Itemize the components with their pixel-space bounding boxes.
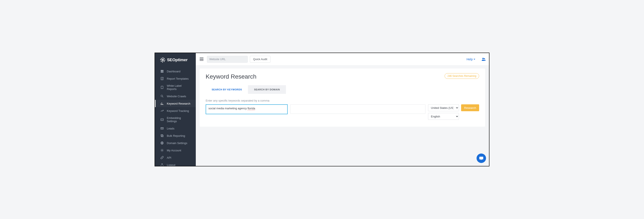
sidebar-item-my-account[interactable]: My Account bbox=[155, 147, 196, 154]
sidebar-item-label: My Account bbox=[167, 149, 181, 152]
document-icon bbox=[160, 86, 164, 89]
content: Keyword Research 246 Searches Remaining … bbox=[196, 66, 489, 166]
sidebar-item-logout[interactable]: Logout bbox=[155, 161, 196, 166]
chat-bubble-button[interactable] bbox=[476, 154, 486, 163]
card: Keyword Research 246 Searches Remaining … bbox=[200, 68, 485, 127]
globe-icon bbox=[160, 141, 164, 145]
svg-point-14 bbox=[482, 58, 484, 59]
gear-icon bbox=[160, 148, 164, 152]
sidebar-item-leads[interactable]: Leads bbox=[155, 125, 196, 132]
help-label: Help bbox=[466, 58, 473, 61]
website-url-input[interactable] bbox=[207, 56, 248, 63]
main: Quick Audit Help Keyword Research 246 Se… bbox=[196, 53, 489, 166]
trend-icon bbox=[160, 109, 164, 112]
sidebar-item-label: Report Templates bbox=[167, 77, 189, 80]
dashboard-icon bbox=[160, 70, 164, 73]
sidebar-item-crawls[interactable]: Website Crawls bbox=[155, 92, 196, 100]
hamburger-icon[interactable] bbox=[199, 56, 205, 62]
keywords-input[interactable]: social media marketing agency florida bbox=[206, 105, 287, 114]
stack-icon bbox=[160, 134, 164, 138]
logo[interactable]: SEOptimer bbox=[155, 53, 196, 67]
sidebar-item-keyword-research[interactable]: Keyword Research bbox=[155, 100, 196, 107]
sidebar-item-label: White Label Reports bbox=[167, 84, 191, 90]
svg-rect-1 bbox=[161, 70, 162, 71]
svg-point-7 bbox=[161, 95, 163, 97]
sidebar-item-label: Keyword Research bbox=[167, 102, 190, 105]
svg-rect-3 bbox=[161, 72, 162, 72]
tabs: SEARCH BY KEYWORDS SEARCH BY DOMAIN bbox=[206, 85, 479, 94]
chat-icon bbox=[479, 156, 484, 160]
logout-icon bbox=[160, 163, 164, 166]
svg-point-13 bbox=[162, 150, 162, 151]
template-icon bbox=[160, 77, 164, 80]
sidebar-item-domain-settings[interactable]: Domain Settings bbox=[155, 139, 196, 147]
svg-point-15 bbox=[484, 58, 485, 59]
sidebar-item-keyword-tracking[interactable]: Keyword Tracking bbox=[155, 107, 196, 114]
card-header: Keyword Research 246 Searches Remaining bbox=[206, 73, 479, 80]
sidebar-item-label: Keyword Tracking bbox=[167, 109, 189, 112]
form-row: social media marketing agency florida Un… bbox=[206, 104, 479, 120]
keywords-highlight-frame: social media marketing agency florida bbox=[206, 104, 288, 114]
logo-text: SEOptimer bbox=[167, 58, 188, 62]
logo-icon bbox=[160, 57, 166, 63]
tab-search-by-domain[interactable]: SEARCH BY DOMAIN bbox=[248, 85, 286, 94]
country-select[interactable]: United States (US) bbox=[428, 104, 459, 111]
form-hint: Enter any specific keywords separated by… bbox=[206, 99, 479, 102]
page-title: Keyword Research bbox=[206, 73, 256, 80]
link-icon bbox=[160, 156, 164, 159]
form-controls: United States (US) Research English bbox=[428, 104, 479, 120]
research-button[interactable]: Research bbox=[461, 104, 479, 111]
sidebar-item-bulk-reporting[interactable]: Bulk Reporting bbox=[155, 132, 196, 139]
users-icon[interactable] bbox=[481, 57, 486, 62]
chart-icon bbox=[160, 102, 164, 105]
sidebar-item-white-label[interactable]: White Label Reports bbox=[155, 82, 196, 92]
svg-rect-11 bbox=[162, 135, 163, 137]
help-dropdown[interactable]: Help bbox=[466, 58, 475, 61]
svg-rect-2 bbox=[162, 70, 163, 71]
spellcheck-underline: florida bbox=[248, 107, 255, 110]
sidebar-item-label: Bulk Reporting bbox=[167, 134, 185, 138]
mail-icon bbox=[160, 127, 164, 130]
keywords-extended-area[interactable] bbox=[290, 104, 426, 114]
svg-rect-6 bbox=[161, 86, 163, 89]
sidebar: SEOptimer Dashboard Report Templates Whi… bbox=[155, 53, 196, 166]
sidebar-item-dashboard[interactable]: Dashboard bbox=[155, 68, 196, 75]
svg-rect-10 bbox=[161, 134, 163, 136]
code-icon bbox=[160, 118, 164, 121]
sidebar-item-embedding[interactable]: Embedding Settings bbox=[155, 114, 196, 125]
tab-search-by-keywords[interactable]: SEARCH BY KEYWORDS bbox=[206, 85, 248, 94]
svg-rect-8 bbox=[161, 118, 163, 120]
svg-rect-4 bbox=[162, 72, 163, 72]
sidebar-item-label: API bbox=[167, 156, 171, 159]
sidebar-item-label: Leads bbox=[167, 127, 174, 130]
sidebar-item-label: Website Crawls bbox=[167, 95, 186, 98]
sidebar-item-label: Domain Settings bbox=[167, 142, 187, 145]
sidebar-item-report-templates[interactable]: Report Templates bbox=[155, 75, 196, 82]
sidebar-item-label: Dashboard bbox=[167, 70, 180, 73]
svg-point-0 bbox=[162, 59, 164, 61]
quick-audit-button[interactable]: Quick Audit bbox=[250, 56, 270, 63]
nav: Dashboard Report Templates White Label R… bbox=[155, 67, 196, 166]
search-icon bbox=[160, 94, 164, 98]
language-select[interactable]: English bbox=[428, 113, 459, 120]
searches-remaining-badge: 246 Searches Remaining bbox=[444, 73, 479, 79]
sidebar-item-label: Embedding Settings bbox=[167, 116, 191, 123]
topbar: Quick Audit Help bbox=[196, 53, 489, 66]
sidebar-item-label: Logout bbox=[167, 164, 176, 166]
sidebar-item-api[interactable]: API bbox=[155, 154, 196, 161]
